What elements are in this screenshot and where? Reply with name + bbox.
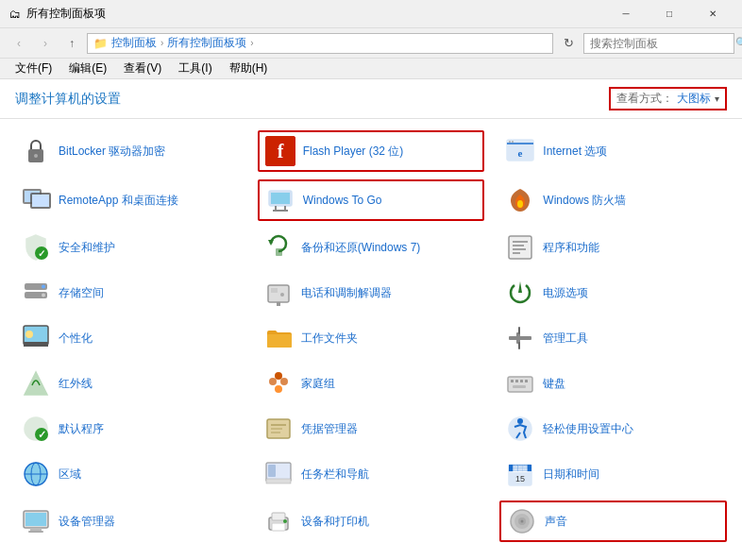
svg-point-6 [512,141,514,143]
svg-point-33 [280,293,284,297]
list-item[interactable]: e Internet 选项 [499,132,727,170]
menu-view[interactable]: 查看(V) [116,59,169,78]
svg-text:▓▓▓: ▓▓▓ [514,465,529,472]
table-cell: RemoteApp 和桌面连接 [8,176,250,225]
manage-icon [505,323,535,353]
list-item[interactable]: BitLocker 驱动器加密 [15,132,243,170]
list-item[interactable]: 工作文件夹 [258,319,485,357]
personalize-label: 个性化 [59,331,93,347]
menu-help[interactable]: 帮助(H) [222,59,276,78]
easyaccess-icon [505,414,535,444]
svg-text:15: 15 [515,474,525,484]
svg-rect-31 [268,285,289,302]
list-item[interactable]: 备份和还原(Windows 7) [258,229,485,266]
breadcrumb-sep-1: › [160,38,163,48]
svg-point-44 [269,378,277,385]
list-item[interactable]: 轻松使用设置中心 [499,410,727,448]
internet-label: Internet 选项 [543,144,607,160]
table-row: 区域 任务栏和导航 ▓▓▓15 [8,451,734,497]
menu-file[interactable]: 文件(F) [8,59,59,78]
svg-rect-21 [276,248,282,256]
list-item[interactable]: f Flash Player (32 位) [258,130,485,172]
svg-text:✓: ✓ [38,429,46,440]
remoteapp-label: RemoteApp 和桌面连接 [59,193,178,209]
list-item[interactable]: 电话和调制解调器 [258,274,485,312]
backup-label: 备份和还原(Windows 7) [301,240,421,256]
svg-point-5 [509,141,511,143]
table-cell: 红外线 [8,361,250,406]
list-item[interactable]: ▓▓▓15 日期和时间 [499,455,727,493]
list-item[interactable]: 电源选项 [499,274,727,312]
table-cell: e Internet 选项 [492,127,734,176]
flash-icon: f [265,136,295,166]
table-row: BitLocker 驱动器加密 f Flash Player (32 位) e [8,127,734,176]
region-icon [21,459,51,489]
table-cell: 键盘 [492,361,734,406]
table-cell: 任务栏和导航 [250,451,493,497]
up-button[interactable]: ↑ [60,32,83,55]
svg-rect-34 [277,302,280,306]
search-input[interactable] [590,37,732,50]
svg-marker-43 [25,372,47,395]
svg-point-37 [25,331,33,338]
maximize-button[interactable]: □ [648,0,691,28]
list-item[interactable]: 设备和打印机 [258,502,485,540]
security-icon: ✓ [21,232,51,263]
svg-rect-51 [520,380,523,382]
keyboard-icon [505,368,535,399]
list-item[interactable]: 任务栏和导航 [258,455,485,493]
list-item[interactable]: 区域 [15,455,243,493]
windowstogo-icon [265,185,295,215]
list-item[interactable]: Windows 防火墙 [499,181,727,219]
list-item[interactable]: 设备管理器 [15,502,243,540]
table-row: ✓ 默认程序 凭据管理器 [8,406,734,451]
back-button[interactable]: ‹ [8,32,30,55]
list-item[interactable]: 存储空间 [15,274,243,312]
close-button[interactable]: ✕ [691,0,734,28]
breadcrumb-item-1[interactable]: 控制面板 [111,35,157,51]
table-cell: BitLocker 驱动器加密 [8,127,250,176]
table-row: ✓ 安全和维护 备份和还原(Windows 7) [8,225,734,270]
svg-rect-74 [25,513,46,526]
list-item[interactable]: 管理工具 [499,319,727,357]
windowstogo-label: Windows To Go [303,194,382,207]
list-item[interactable]: 键盘 [499,365,727,402]
list-item[interactable]: 声音 [499,501,727,542]
breadcrumb-sep-2: › [250,38,253,48]
menu-tools[interactable]: 工具(I) [171,59,219,78]
sound-icon [507,506,537,536]
modem-label: 电话和调制解调器 [301,285,392,301]
list-item[interactable]: 程序和功能 [499,229,727,266]
list-item[interactable]: RemoteApp 和桌面连接 [15,181,243,219]
bitlocker-icon [21,136,51,166]
list-item[interactable]: 凭据管理器 [258,410,485,448]
svg-rect-48 [508,377,532,392]
svg-rect-53 [513,385,526,388]
list-item[interactable]: 红外线 [15,365,243,402]
list-item[interactable]: ✓ 安全和维护 [15,229,243,266]
svg-rect-67 [266,479,291,484]
title-bar-left: 🗂 所有控制面板项 [8,6,106,22]
breadcrumb-folder-icon: 📁 [93,37,108,50]
svg-rect-52 [525,380,528,382]
homegroup-icon [263,368,294,399]
svg-rect-50 [515,380,518,382]
table-cell: 家庭组 [250,361,493,406]
list-item[interactable]: ✓ 默认程序 [15,410,243,448]
minimize-button[interactable]: ─ [604,0,648,28]
list-item[interactable]: Windows To Go [258,179,485,221]
view-mode-selector[interactable]: 查看方式： 大图标 ▾ [609,87,727,110]
svg-rect-42 [518,342,520,349]
menu-edit[interactable]: 编辑(E) [61,59,114,78]
refresh-button[interactable]: ↻ [557,32,580,55]
forward-button[interactable]: › [34,32,57,55]
list-item[interactable]: 个性化 [15,319,243,357]
svg-point-28 [42,285,45,289]
list-item[interactable]: 家庭组 [258,365,485,402]
svg-rect-36 [24,342,48,347]
table-row: RemoteApp 和桌面连接 Windows To Go [8,176,734,225]
breadcrumb-item-2[interactable]: 所有控制面板项 [167,35,246,51]
svg-point-17 [517,200,523,208]
table-cell: 设备管理器 [8,497,250,546]
table-cell: ▓▓▓15 日期和时间 [492,451,734,497]
